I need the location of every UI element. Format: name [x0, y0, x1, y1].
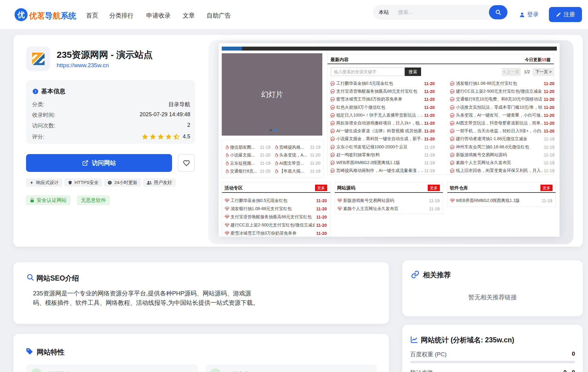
svg-text:new: new — [331, 162, 334, 164]
svg-text:new: new — [331, 91, 334, 92]
svg-text:new: new — [451, 107, 454, 108]
svg-text:new: new — [331, 107, 334, 108]
svg-text:new: new — [331, 83, 334, 84]
svg-text:new: new — [451, 122, 454, 124]
svg-text:new: new — [451, 154, 454, 156]
svg-text:new: new — [331, 146, 334, 148]
svg-text:new: new — [451, 170, 454, 172]
svg-text:new: new — [331, 170, 334, 172]
svg-text:new: new — [451, 146, 454, 148]
svg-text:new: new — [331, 122, 334, 124]
svg-text:new: new — [451, 138, 454, 140]
svg-text:new: new — [331, 138, 334, 140]
svg-text:new: new — [331, 154, 334, 156]
svg-text:new: new — [331, 130, 334, 132]
svg-text:new: new — [451, 83, 454, 84]
svg-text:new: new — [451, 98, 454, 100]
svg-text:new: new — [451, 130, 454, 132]
svg-text:new: new — [451, 162, 454, 164]
svg-text:new: new — [331, 114, 334, 116]
svg-text:new: new — [451, 114, 454, 116]
svg-text:new: new — [331, 98, 334, 100]
svg-text:new: new — [451, 91, 454, 92]
